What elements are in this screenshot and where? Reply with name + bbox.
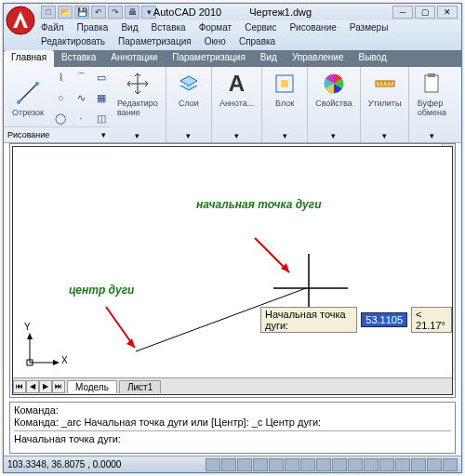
status-extra3-icon[interactable] [411,458,426,471]
block-button[interactable]: Блок [266,69,303,110]
rect-icon[interactable]: ▭ [93,69,110,86]
status-polar-icon[interactable] [253,458,268,471]
tab-parametric[interactable]: Параметризация [165,50,253,67]
menu-help[interactable]: Справка [239,34,275,48]
status-ducs-icon[interactable] [300,458,315,471]
ellipse-icon[interactable]: ◯ [52,110,69,126]
utilities-button[interactable]: Утилиты [365,69,405,110]
panel-properties-expand-icon[interactable]: ▾ [331,131,336,140]
qat-save-icon[interactable]: 💾 [74,6,89,19]
line-button[interactable]: Отрезок [6,69,50,128]
svg-marker-22 [27,333,33,339]
qat-undo-icon[interactable]: ↶ [91,6,106,19]
region-icon[interactable]: ◫ [93,110,110,126]
panel-block-expand-icon[interactable]: ▾ [283,131,287,140]
dynamic-input-value[interactable]: 53.1105 [361,312,407,327]
menu-insert[interactable]: Вставка [151,20,185,34]
svg-rect-5 [281,80,288,87]
status-snap-icon[interactable] [206,458,220,471]
menu-edit[interactable]: Правка [77,20,109,34]
status-osnap-icon[interactable] [269,458,284,471]
nav-next-icon[interactable]: ▶ [39,380,52,393]
close-button[interactable]: ✕ [437,6,458,19]
properties-label: Свойства [315,99,352,108]
tab-manage[interactable]: Управление [285,50,352,67]
svg-marker-18 [126,338,135,348]
colorwheel-icon [321,71,347,97]
panel-draw-expand-icon[interactable]: ▾ [101,130,106,139]
polyline-icon[interactable]: ⌇ [52,69,69,86]
tab-sheet1[interactable]: Лист1 [119,380,161,393]
layout-nav: ⏮ ◀ ▶ ⏭ [13,380,65,393]
panel-utilities-expand-icon[interactable]: ▾ [382,131,387,140]
qat-new-icon[interactable]: □ [41,6,56,19]
panel-modify-expand-icon[interactable]: ▾ [135,131,140,140]
canvas[interactable]: центр дуги начальная точка дуги Начальна… [13,147,452,394]
utilities-label: Утилиты [368,99,402,108]
annotation-button[interactable]: A Аннота... [216,69,258,110]
status-lwt-icon[interactable] [332,458,347,471]
tab-output[interactable]: Вывод [352,50,394,67]
app-menu-button[interactable] [4,4,37,37]
status-extra5-icon[interactable] [443,458,458,471]
menu-view[interactable]: Вид [121,20,138,34]
status-model-icon[interactable] [364,458,379,471]
tab-home[interactable]: Главная [4,50,54,67]
panel-clipboard-expand-icon[interactable]: ▾ [430,131,434,140]
status-extra2-icon[interactable] [395,458,410,471]
menu-draw[interactable]: Рисование [289,20,336,34]
svg-line-1 [19,84,37,102]
statusbar: 103.3348, 36.8075 , 0.0000 [4,456,461,472]
command-window[interactable]: Команда: Команда: _arc Начальная точка д… [9,402,456,454]
arc-icon[interactable]: ⌒ [73,69,89,86]
nav-last-icon[interactable]: ⏭ [52,380,65,393]
status-extra4-icon[interactable] [427,458,442,471]
menu-tools[interactable]: Сервис [245,20,276,34]
menu-parametric[interactable]: Параметризация [118,34,192,48]
nav-first-icon[interactable]: ⏮ [13,380,26,393]
hatch-icon[interactable]: ▦ [93,89,110,106]
annotation-center: центр дуги [69,284,134,297]
point-icon[interactable]: · [73,110,89,126]
clipboard-label: Буфер обмена [418,99,446,117]
menu-file[interactable]: Файл [41,20,64,34]
app-title: AutoCAD 2010 [153,7,221,18]
panel-annotation-expand-icon[interactable]: ▾ [234,131,239,140]
qat-print-icon[interactable]: 🖶 [125,6,140,19]
modify-button[interactable]: Редактиро вание [113,69,162,119]
menu-dimension[interactable]: Размеры [350,20,389,34]
block-label: Блок [275,99,294,108]
panel-layers-expand-icon[interactable]: ▾ [186,131,191,140]
nav-prev-icon[interactable]: ◀ [26,380,39,393]
status-ortho-icon[interactable] [237,458,252,471]
menu-format[interactable]: Формат [199,20,232,34]
circle-icon[interactable]: ○ [52,89,69,106]
layers-button[interactable]: Слои [170,69,207,110]
tab-view[interactable]: Вид [253,50,285,67]
status-grid-icon[interactable] [221,458,236,471]
status-extra1-icon[interactable] [379,458,394,471]
properties-button[interactable]: Свойства [312,69,356,110]
ucs-icon: Y X [24,331,61,372]
tab-insert[interactable]: Вставка [54,50,103,67]
tab-model[interactable]: Модель [67,380,117,393]
cmd-line-3: Начальная точка дуги: [14,433,451,445]
spline-icon[interactable]: ∿ [73,89,89,106]
drawing-area[interactable]: центр дуги начальная точка дуги Начальна… [12,146,453,395]
qat-open-icon[interactable]: 📂 [58,6,73,19]
menu-window[interactable]: Окно [205,34,226,48]
minimize-button[interactable]: ─ [392,6,413,19]
status-otrack-icon[interactable] [285,458,299,471]
status-qp-icon[interactable] [348,458,363,471]
status-dyn-icon[interactable] [316,458,331,471]
qat-redo-icon[interactable]: ↷ [108,6,123,19]
clipboard-button[interactable]: Буфер обмена [413,69,450,119]
dynamic-input: Начальная точка дуги: 53.1105 < 21.17° [260,307,452,333]
maximize-button[interactable]: ▢ [415,6,435,19]
panel-modify: Редактиро вание ▾ [110,67,166,142]
layers-icon [176,71,202,97]
menu-modify[interactable]: Редактировать [41,34,105,48]
dynamic-input-angle: < 21.17° [411,307,452,333]
tab-annotate[interactable]: Аннотации [103,50,165,67]
panel-annotation: A Аннота... ▾ [212,67,262,142]
